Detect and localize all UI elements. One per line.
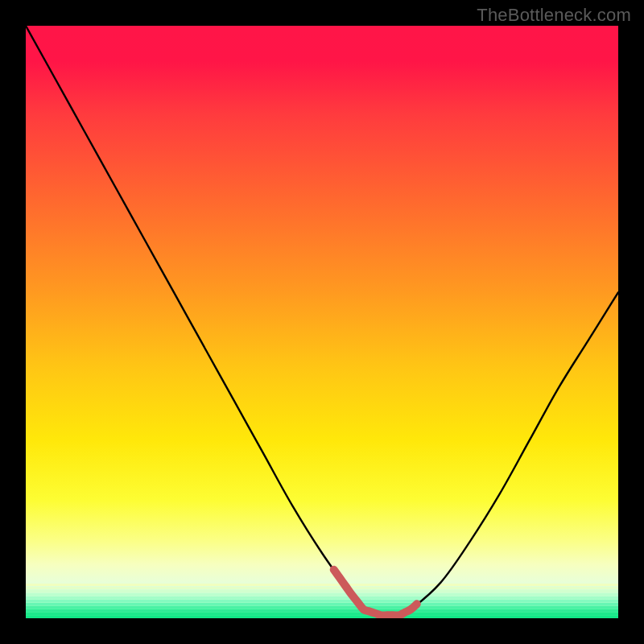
chart-frame: TheBottleneck.com <box>0 0 644 644</box>
bottleneck-curve-path <box>26 26 618 616</box>
watermark-text: TheBottleneck.com <box>477 5 631 26</box>
curve-group <box>26 26 618 616</box>
curve-svg <box>26 26 618 618</box>
plot-area <box>26 26 618 618</box>
highlight-segment-path <box>334 570 417 616</box>
